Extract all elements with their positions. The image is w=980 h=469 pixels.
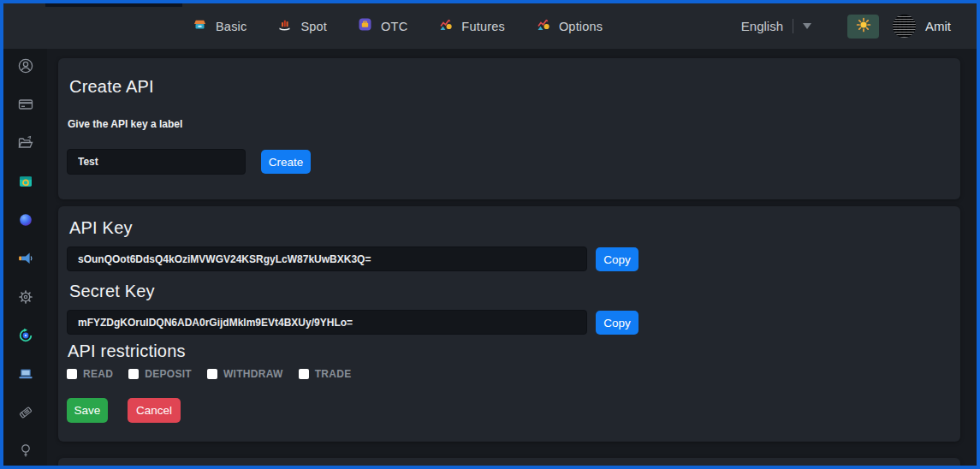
checkbox-box [299,369,309,379]
create-button[interactable]: Create [261,150,311,174]
checkbox-read[interactable]: READ [67,368,113,380]
left-sidebar [3,49,47,466]
nav-tab-otc[interactable]: OTC [358,17,407,35]
checkbox-box [128,369,139,379]
secret-key-field[interactable] [67,310,587,335]
api-key-title: API Key [69,218,133,238]
cancel-button[interactable]: Cancel [128,398,181,423]
nav-label: Basic [216,20,246,33]
theme-toggle-button[interactable] [847,15,879,39]
create-api-card: Create API Give the API key a label Crea… [58,58,960,199]
api-restrictions-title: API restrictions [68,341,186,361]
checkbox-label: WITHDRAW [223,368,283,380]
basic-icon [193,17,207,35]
language-selector[interactable]: English [741,19,811,33]
nav-label: Futures [461,20,505,33]
tag-icon[interactable] [17,404,34,420]
nav-label: Options [559,20,603,33]
spot-icon [277,17,292,35]
checkbox-label: TRADE [315,368,352,380]
checkbox-box [207,369,217,379]
checkbox-deposit[interactable]: DEPOSIT [128,368,192,380]
window-top-notch [45,0,182,7]
announcement-icon[interactable] [17,250,34,266]
user-name: Amit [925,19,951,33]
language-label: English [741,19,783,33]
main-nav: Basic Spot OTC Futures [193,3,603,49]
restrictions-checkbox-row: READ DEPOSIT WITHDRAW TRADE [67,368,352,380]
api-details-card: API Key Copy Secret Key Copy API restric… [58,206,960,442]
checkbox-withdraw[interactable]: WITHDRAW [207,368,283,380]
folder-export-icon[interactable] [17,134,34,151]
copy-secret-key-button[interactable]: Copy [596,311,638,335]
futures-icon [438,17,453,35]
nav-label: Spot [300,20,327,33]
chevron-down-icon [803,23,811,29]
api-label-caption: Give the API key a label [68,118,182,130]
bulb-icon[interactable] [17,442,34,459]
api-label-input[interactable] [67,149,246,175]
wallet-icon[interactable] [17,173,34,189]
divider [793,19,793,33]
secret-key-title: Secret Key [69,282,155,301]
nav-tab-futures[interactable]: Futures [438,17,505,35]
globe-icon[interactable] [17,211,34,228]
copy-api-key-button[interactable]: Copy [596,247,638,271]
nav-tab-spot[interactable]: Spot [277,17,327,35]
device-icon[interactable] [17,365,34,382]
sun-icon [855,16,872,37]
profile-icon[interactable] [17,57,34,74]
card-icon[interactable] [17,96,34,112]
options-icon [536,17,550,35]
save-button[interactable]: Save [67,398,108,423]
settings-icon[interactable] [17,288,34,305]
nav-tab-basic[interactable]: Basic [193,17,246,35]
header-right-group: English Amit [741,3,951,49]
avatar[interactable] [893,15,916,38]
next-section-card [58,458,960,469]
create-api-title: Create API [69,77,154,97]
api-key-field[interactable] [67,246,587,271]
checkbox-label: DEPOSIT [145,368,192,380]
convert-icon[interactable] [17,327,34,343]
app-window: Basic Spot OTC Futures [0,0,980,469]
otc-icon [358,17,372,35]
top-header: Basic Spot OTC Futures [3,3,977,49]
checkbox-trade[interactable]: TRADE [299,368,352,380]
checkbox-label: READ [83,368,113,380]
nav-label: OTC [381,20,407,33]
nav-tab-options[interactable]: Options [536,17,603,35]
checkbox-box [67,369,77,379]
